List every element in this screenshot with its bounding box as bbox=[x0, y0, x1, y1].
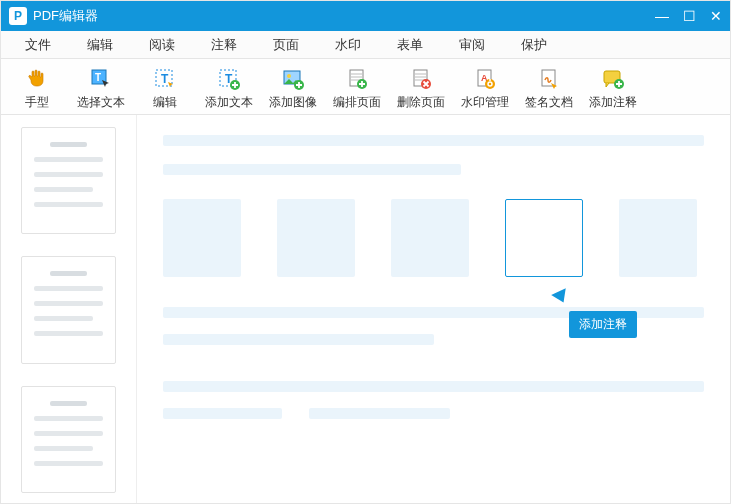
svg-text:T: T bbox=[161, 72, 169, 86]
tool-arrange-pages[interactable]: 编排页面 bbox=[327, 66, 387, 111]
sign-icon bbox=[536, 66, 562, 92]
toolbar: 手型 T 选择文本 T 编辑 T 添加文本 添加图像 编排页面 删除页面 bbox=[1, 59, 730, 115]
tool-sign[interactable]: 签名文档 bbox=[519, 66, 579, 111]
thumbnail-panel bbox=[1, 115, 136, 504]
tool-select-text[interactable]: T 选择文本 bbox=[71, 66, 131, 111]
add-annotation-icon bbox=[600, 66, 626, 92]
page-thumbnail[interactable] bbox=[21, 386, 116, 493]
app-logo-icon: P bbox=[9, 7, 27, 25]
placeholder-line bbox=[163, 135, 704, 146]
document-canvas[interactable]: 添加注释 bbox=[136, 115, 730, 504]
placeholder-box bbox=[391, 199, 469, 277]
tool-label: 签名文档 bbox=[525, 94, 573, 111]
watermark-icon: A bbox=[472, 66, 498, 92]
svg-point-8 bbox=[287, 74, 291, 78]
annotation-tooltip: 添加注释 bbox=[569, 311, 637, 338]
menu-protect[interactable]: 保护 bbox=[503, 31, 565, 59]
close-button[interactable]: ✕ bbox=[710, 8, 722, 24]
tool-label: 添加注释 bbox=[589, 94, 637, 111]
tool-label: 编辑 bbox=[153, 94, 177, 111]
placeholder-line bbox=[163, 334, 434, 345]
tool-add-text[interactable]: T 添加文本 bbox=[199, 66, 259, 111]
tool-label: 选择文本 bbox=[77, 94, 125, 111]
menu-watermark[interactable]: 水印 bbox=[317, 31, 379, 59]
main-area: 添加注释 bbox=[1, 115, 730, 504]
add-text-icon: T bbox=[216, 66, 242, 92]
tool-hand[interactable]: 手型 bbox=[7, 66, 67, 111]
svg-text:T: T bbox=[95, 72, 101, 83]
tool-label: 编排页面 bbox=[333, 94, 381, 111]
add-image-icon bbox=[280, 66, 306, 92]
placeholder-line bbox=[163, 408, 282, 419]
delete-page-icon bbox=[408, 66, 434, 92]
titlebar: P PDF编辑器 — ☐ ✕ bbox=[1, 1, 730, 31]
svg-rect-17 bbox=[542, 70, 555, 86]
maximize-button[interactable]: ☐ bbox=[683, 8, 696, 24]
edit-icon: T bbox=[152, 66, 178, 92]
menu-page[interactable]: 页面 bbox=[255, 31, 317, 59]
placeholder-line bbox=[309, 408, 450, 419]
menu-edit[interactable]: 编辑 bbox=[69, 31, 131, 59]
tool-add-image[interactable]: 添加图像 bbox=[263, 66, 323, 111]
menu-annotate[interactable]: 注释 bbox=[193, 31, 255, 59]
tool-watermark[interactable]: A 水印管理 bbox=[455, 66, 515, 111]
tool-edit[interactable]: T 编辑 bbox=[135, 66, 195, 111]
menubar: 文件 编辑 阅读 注释 页面 水印 表单 审阅 保护 bbox=[1, 31, 730, 59]
cursor-icon bbox=[551, 288, 571, 306]
placeholder-line bbox=[163, 381, 704, 392]
placeholder-line bbox=[163, 164, 461, 175]
placeholder-box bbox=[619, 199, 697, 277]
placeholder-box bbox=[163, 199, 241, 277]
minimize-button[interactable]: — bbox=[655, 8, 669, 24]
app-title: PDF编辑器 bbox=[33, 7, 98, 25]
menu-review[interactable]: 审阅 bbox=[441, 31, 503, 59]
page-thumbnail[interactable] bbox=[21, 127, 116, 234]
placeholder-boxes bbox=[163, 199, 704, 277]
tool-label: 添加文本 bbox=[205, 94, 253, 111]
tool-label: 手型 bbox=[25, 94, 49, 111]
menu-form[interactable]: 表单 bbox=[379, 31, 441, 59]
tool-label: 添加图像 bbox=[269, 94, 317, 111]
tool-label: 删除页面 bbox=[397, 94, 445, 111]
tool-label: 水印管理 bbox=[461, 94, 509, 111]
selected-box[interactable] bbox=[505, 199, 583, 277]
select-text-icon: T bbox=[88, 66, 114, 92]
hand-icon bbox=[24, 66, 50, 92]
placeholder-box bbox=[277, 199, 355, 277]
window-controls: — ☐ ✕ bbox=[655, 8, 722, 24]
menu-read[interactable]: 阅读 bbox=[131, 31, 193, 59]
page-thumbnail[interactable] bbox=[21, 256, 116, 363]
arrange-pages-icon bbox=[344, 66, 370, 92]
tool-add-annotation[interactable]: 添加注释 bbox=[583, 66, 643, 111]
menu-file[interactable]: 文件 bbox=[7, 31, 69, 59]
tool-delete-page[interactable]: 删除页面 bbox=[391, 66, 451, 111]
